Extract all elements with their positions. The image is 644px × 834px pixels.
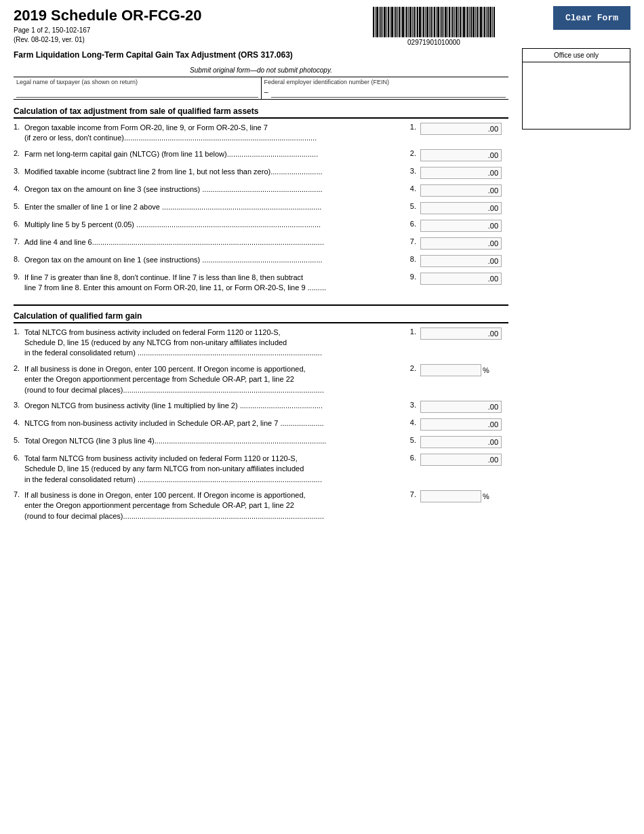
s2-line6-input[interactable] (420, 454, 502, 466)
svg-rect-30 (429, 7, 430, 37)
section2-line-5: 5. Total Oregon NLTCG (line 3 plus line … (14, 436, 508, 448)
s2-line-text-7: If all business is done in Oregon, enter… (24, 490, 400, 521)
svg-rect-54 (472, 7, 475, 37)
line-ref-3: 3. (403, 167, 416, 175)
s2-line7-input[interactable] (420, 490, 481, 502)
svg-rect-13 (397, 7, 398, 37)
line8-input[interactable] (420, 255, 502, 267)
svg-rect-63 (489, 7, 491, 37)
taxpayer-input[interactable] (16, 87, 258, 95)
section1-line-5: 5. Enter the smaller of line 1 or line 2… (14, 202, 508, 214)
svg-rect-40 (447, 7, 448, 37)
svg-rect-18 (406, 7, 407, 37)
line3-input[interactable] (420, 167, 502, 179)
s2-line-input-wrapper-3 (420, 401, 502, 413)
svg-rect-12 (395, 7, 397, 37)
svg-rect-61 (486, 7, 487, 37)
svg-rect-62 (487, 7, 489, 37)
svg-rect-27 (423, 7, 424, 37)
s2-line-num-2: 2. (14, 364, 24, 372)
svg-rect-31 (430, 7, 432, 37)
svg-rect-60 (484, 7, 485, 37)
svg-rect-49 (463, 7, 465, 37)
line-num-6: 6. (14, 220, 24, 228)
svg-rect-20 (409, 7, 411, 37)
svg-rect-37 (441, 7, 443, 37)
taxpayer-field: Legal name of taxpayer (as shown on retu… (14, 77, 262, 99)
line-num-9: 9. (14, 273, 24, 281)
svg-rect-15 (401, 7, 401, 37)
taxpayer-label: Legal name of taxpayer (as shown on retu… (16, 79, 258, 85)
line6-input[interactable] (420, 220, 502, 232)
section1-line-2: 2. Farm net long-term capital gain (NLTC… (14, 149, 508, 161)
s2-line-ref-7: 7. (403, 490, 416, 498)
line-ref-4: 4. (403, 184, 416, 193)
svg-rect-24 (417, 7, 418, 37)
line9-input[interactable] (420, 273, 502, 285)
line-input-wrapper-7 (420, 237, 502, 250)
line-num-5: 5. (14, 202, 24, 210)
line7-input[interactable] (420, 237, 502, 250)
barcode-number: 02971901010000 (407, 39, 460, 46)
svg-rect-59 (483, 7, 483, 37)
section1-line-7: 7. Add line 4 and line 6................… (14, 237, 508, 250)
svg-rect-47 (460, 7, 461, 37)
fein-input[interactable] (271, 87, 506, 95)
line4-input[interactable] (420, 184, 502, 197)
s2-line-input-wrapper-1 (420, 327, 502, 340)
line-input-wrapper-9 (420, 273, 502, 285)
svg-rect-48 (462, 7, 462, 37)
section1-line-3: 3. Modified taxable income (subtract lin… (14, 167, 508, 179)
line-text-6: Multiply line 5 by 5 percent (0.05) ....… (24, 220, 400, 230)
line-text-7: Add line 4 and line 6...................… (24, 237, 400, 247)
s2-line7-pct-symbol: % (483, 492, 489, 500)
s2-line2-input[interactable] (420, 364, 481, 376)
taxpayer-value[interactable] (16, 87, 258, 98)
svg-rect-42 (451, 7, 451, 37)
svg-rect-10 (391, 7, 393, 37)
line-ref-2: 2. (403, 149, 416, 157)
line5-input[interactable] (420, 202, 502, 214)
form-main-title: Farm Liquidation Long-Term Capital Gain … (14, 50, 508, 60)
svg-rect-23 (416, 7, 416, 37)
office-use-box: Office use only (522, 48, 630, 130)
svg-rect-5 (382, 7, 383, 37)
svg-rect-2 (376, 7, 378, 37)
svg-rect-28 (425, 7, 426, 37)
svg-rect-43 (452, 7, 454, 37)
page-info: Page 1 of 2, 150-102-167 (14, 26, 90, 34)
line-input-wrapper-8 (420, 255, 502, 267)
s2-line1-input[interactable] (420, 327, 502, 340)
fein-value[interactable] (271, 87, 506, 98)
line1-input[interactable] (420, 123, 502, 135)
svg-rect-56 (477, 7, 478, 37)
s2-line-text-4: NLTCG from non-business activity include… (24, 418, 400, 429)
rev-info: (Rev. 08-02-19, ver. 01) (14, 36, 85, 43)
s2-line-input-wrapper-7: % (420, 490, 502, 502)
svg-rect-11 (394, 7, 395, 37)
s2-line-num-3: 3. (14, 401, 24, 409)
header-area: 2019 Schedule OR-FCG-20 Page 1 of 2, 150… (14, 7, 508, 46)
s2-line-input-wrapper-6 (420, 454, 502, 466)
section2-line-2: 2. If all business is done in Oregon, en… (14, 364, 508, 395)
s2-line-num-5: 5. (14, 436, 24, 444)
line-num-8: 8. (14, 255, 24, 263)
svg-rect-7 (386, 7, 387, 37)
s2-line-ref-4: 4. (403, 418, 416, 426)
s2-line3-input[interactable] (420, 401, 502, 413)
section1-line-6: 6. Multiply line 5 by 5 percent (0.05) .… (14, 220, 508, 232)
line-num-2: 2. (14, 149, 24, 157)
s2-line-ref-3: 3. (403, 401, 416, 409)
s2-line5-input[interactable] (420, 436, 502, 448)
svg-rect-55 (475, 7, 476, 37)
line-ref-1: 1. (403, 123, 416, 131)
line-input-wrapper-2 (420, 149, 502, 161)
svg-rect-34 (436, 7, 437, 37)
s2-line4-input[interactable] (420, 418, 502, 431)
line-input-wrapper-1 (420, 123, 502, 135)
svg-rect-22 (414, 7, 415, 37)
s2-line-num-7: 7. (14, 490, 24, 498)
line-text-8: Oregon tax on the amount on line 1 (see … (24, 255, 400, 265)
line2-input[interactable] (420, 149, 502, 161)
clear-form-button[interactable]: Clear Form (553, 6, 630, 30)
